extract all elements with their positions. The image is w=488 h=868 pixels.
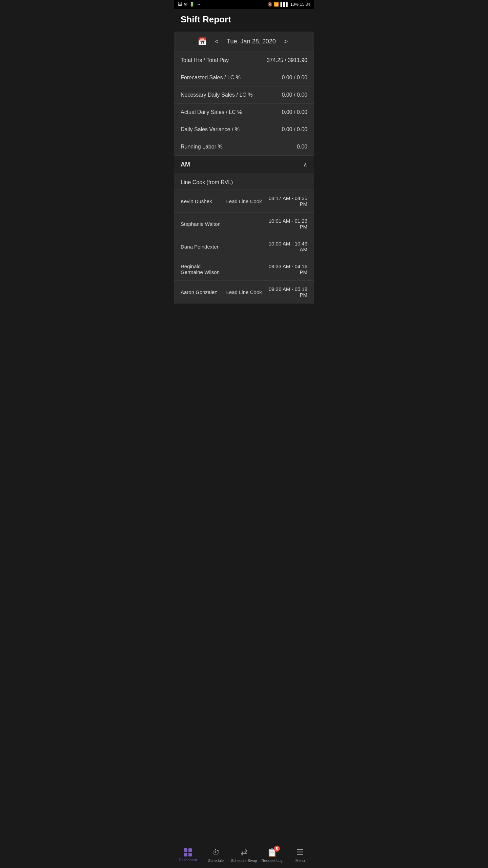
stat-row: Daily Sales Variance / % 0.00 / 0.00	[174, 121, 314, 138]
chevron-up-icon: ∧	[303, 161, 307, 168]
stat-value-3: 0.00 / 0.00	[282, 109, 307, 115]
current-date: Tue, Jan 28, 2020	[227, 38, 276, 45]
employee-role-0: Lead Line Cook	[223, 198, 265, 204]
employee-name-1: Stephanie Walton	[181, 221, 223, 227]
employee-role-4: Lead Line Cook	[223, 289, 265, 295]
page-title: Shift Report	[181, 14, 307, 25]
employee-row: Dana Poindexter 10:00 AM - 10:49 AM	[174, 235, 314, 258]
stat-value-0: 374.25 / 3911.90	[267, 57, 307, 63]
employee-row: Stephanie Walton 10:01 AM - 01:26 PM	[174, 213, 314, 235]
employee-row: Aaron Gonzalez Lead Line Cook 09:26 AM -…	[174, 281, 314, 303]
mute-icon: 🔇	[267, 2, 272, 7]
stat-row: Running Labor % 0.00	[174, 138, 314, 156]
next-date-button[interactable]: >	[281, 36, 291, 47]
employee-name-0: Kevin Dushek	[181, 198, 223, 204]
battery-percent: 13%	[290, 2, 299, 7]
stat-value-4: 0.00 / 0.00	[282, 126, 307, 133]
employee-row: Reginald Germaine Wilson 09:33 AM - 04:1…	[174, 258, 314, 281]
employee-time-2: 10:00 AM - 10:49 AM	[265, 241, 307, 252]
employee-time-1: 10:01 AM - 01:26 PM	[265, 218, 307, 230]
calendar-icon[interactable]: 📅	[198, 37, 207, 46]
more-icon: ···	[197, 2, 200, 7]
employee-name-3: Reginald Germaine Wilson	[181, 263, 223, 275]
status-bar-left: 🖼 ✉ 🔋 ···	[178, 2, 200, 7]
employee-name-2: Dana Poindexter	[181, 244, 223, 250]
stat-row: Actual Daily Sales / LC % 0.00 / 0.00	[174, 104, 314, 121]
employee-time-4: 09:26 AM - 05:18 PM	[265, 286, 307, 298]
stat-label-0: Total Hrs / Total Pay	[181, 57, 229, 63]
date-nav: 📅 < Tue, Jan 28, 2020 >	[174, 32, 314, 52]
am-section-title: AM	[181, 161, 190, 168]
stat-row: Necessary Daily Sales / LC % 0.00 / 0.00	[174, 86, 314, 104]
stat-row: Forecasted Sales / LC % 0.00 / 0.00	[174, 69, 314, 86]
photo-icon: 🖼	[178, 2, 182, 7]
stat-label-2: Necessary Daily Sales / LC %	[181, 92, 253, 98]
stats-section: Total Hrs / Total Pay 374.25 / 3911.90 F…	[174, 52, 314, 156]
stat-value-2: 0.00 / 0.00	[282, 92, 307, 98]
employee-time-0: 08:17 AM - 04:35 PM	[265, 195, 307, 207]
stat-value-1: 0.00 / 0.00	[282, 75, 307, 81]
stat-row: Total Hrs / Total Pay 374.25 / 3911.90	[174, 52, 314, 69]
time-display: 15:34	[300, 2, 310, 7]
battery-alert-icon: 🔋	[189, 2, 195, 7]
mail-icon: ✉	[184, 2, 187, 7]
stat-value-5: 0.00	[297, 144, 307, 150]
content-area: Total Hrs / Total Pay 374.25 / 3911.90 F…	[174, 52, 314, 331]
prev-date-button[interactable]: <	[212, 36, 222, 47]
status-bar: 🖼 ✉ 🔋 ··· 🔇 📶 ▌▌▌ 13% 15:34	[174, 0, 314, 9]
employee-name-4: Aaron Gonzalez	[181, 289, 223, 295]
stat-label-5: Running Labor %	[181, 144, 223, 150]
status-bar-right: 🔇 📶 ▌▌▌ 13% 15:34	[267, 2, 310, 7]
am-section-header[interactable]: AM ∧	[174, 156, 314, 174]
stat-label-3: Actual Daily Sales / LC %	[181, 109, 242, 115]
employee-group-label: Line Cook (from RVL)	[174, 174, 314, 190]
page-header: Shift Report	[174, 9, 314, 32]
employee-row: Kevin Dushek Lead Line Cook 08:17 AM - 0…	[174, 190, 314, 213]
stat-label-4: Daily Sales Variance / %	[181, 126, 240, 133]
stat-label-1: Forecasted Sales / LC %	[181, 75, 241, 81]
signal-icon: ▌▌▌	[280, 2, 289, 7]
wifi-icon: 📶	[274, 2, 279, 7]
employee-time-3: 09:33 AM - 04:16 PM	[265, 263, 307, 275]
